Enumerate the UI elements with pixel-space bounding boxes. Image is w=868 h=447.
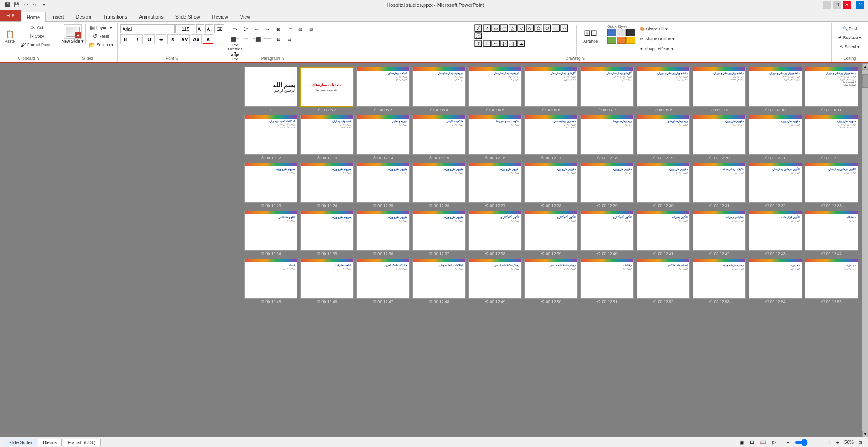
copy-button[interactable]: ⎘ Copy [19,32,56,40]
slide-item-13[interactable]: ۲- حذوف بیمارانلورم ایپسوم متنساختگی با … [300,115,354,160]
line-spacing-button[interactable]: ↕≡ [284,24,294,33]
slide-item-31[interactable]: تکنیک درمانی سلامتلورم ایپسوم ⏱00:1231 [693,163,746,208]
find-button[interactable]: 🔍 Find [836,24,863,33]
scroll-thumb[interactable] [862,74,868,88]
slide-item-18[interactable]: ریه بیمارستان‌هامتن نمونه ⏱00:1218 [580,115,634,160]
undo-button[interactable]: ↩ [22,1,30,9]
slide-item-10[interactable]: دانشجویان پزشکی و توران لورم ایپسوم متن … [749,67,802,112]
shape-star[interactable]: ☆ [552,24,560,32]
shape-triangle[interactable]: △ [509,24,517,32]
qs-btn-6[interactable] [626,37,635,44]
slide-item-44[interactable]: دانشگاهمتن نمونه ⏱00:1244 [805,211,858,256]
slide-item-53[interactable]: رهبری برنامه ویژهلورم ایپسوم متن ⏱00:125… [693,259,746,304]
tab-insert[interactable]: Insert [46,11,70,21]
paste-button[interactable]: 📋 Paste [2,24,18,51]
shape-outline-button[interactable]: ▭ Shape Outline ▾ [638,34,676,43]
shape-circle[interactable]: ○ [560,24,568,32]
fit-button[interactable]: ⊡ [856,438,864,447]
shape-pentagon[interactable]: ⬠ [534,24,542,32]
font-color-button[interactable]: A [203,34,213,44]
slide-item-49[interactable]: رویکردتکنیک ایمان دورلورم ایپسوم ⏱00:124… [468,259,522,304]
slide-item-35[interactable]: مفهوم طرح ویژهمتن نمونه ⏱00:1235 [300,211,354,256]
slide-item-43[interactable]: الگوی گزارشاتلورم ایپسوم ⏱00:1243 [749,211,802,256]
shape-line[interactable]: ╱ [474,24,482,32]
shape-rect[interactable]: ▭ [491,24,500,32]
slide-item-2[interactable]: مطالعات بیمارستان ارائه دهنده: محمد رضا … [300,67,354,112]
slide-item-51[interactable]: رفیلتانلورم ایپسوم ⏱00:1251 [580,259,634,304]
slide-item-45[interactable]: ادبیات.لورم ایپسوم متن ⏱00:1245 [244,259,297,304]
zoom-in-button[interactable]: + [834,438,842,447]
qs-btn-1[interactable] [607,29,616,36]
slide-item-20[interactable]: مفهوم طرح ویژهمتن نمونه درباره ⏱00:1220 [693,115,746,160]
slide-sorter[interactable]: دانشجویان پزشکی و توران لورم ایپسوم متن … [0,63,862,437]
tab-slide-show[interactable]: Slide Show [170,11,206,21]
slide-item-28[interactable]: مفهوم طرح ویژهلورم ایپسوم ⏱00:1228 [524,163,578,208]
slide-item-17[interactable]: معماری بیمارستانیلورم ایپسوم متنساختگی ب… [524,115,578,160]
slide-item-32[interactable]: الگوی درمانی بیمارستانلورم ایپسوم ⏱00:12… [749,163,802,208]
tab-review[interactable]: Review [206,11,234,21]
justify-button[interactable]: ≡≡≡ [263,34,273,43]
save-button[interactable]: 💾 [13,1,21,9]
shape-rtriangle[interactable]: ◁ [517,24,525,32]
slide-item-52[interactable]: اسلاید‌های ماکیاولورم ایپسوم ⏱00:1252 [637,259,690,304]
cut-button[interactable]: ✂ Cut [19,24,56,32]
reset-button[interactable]: ↺ Reset [87,32,116,40]
shape-brace[interactable]: {} [500,40,508,47]
view-sorter-button[interactable]: ⊞ [748,438,756,447]
qs-btn-2[interactable] [617,29,626,36]
slide-item-25[interactable]: مفهوم طرح ویژهمتن نمونه ⏱00:1225 [356,163,410,208]
shape-curve[interactable]: ⤴ [474,40,482,47]
customize-qat-button[interactable]: ▾ [40,1,48,9]
new-slide-button[interactable]: + New Slide ▾ [60,24,86,44]
shape-callout[interactable]: 💬 [474,32,482,39]
shape-effects-button[interactable]: ✦ Shape Effects ▾ [638,44,676,53]
para-small-4[interactable]: ⊟ [284,34,294,43]
close-button[interactable]: ✕ [843,1,851,9]
slide-item-24[interactable]: مفهوم طرح ویژهلورم ایپسوم ⏱00:1224 [300,163,354,208]
slide-item-1[interactable]: بسم الله الرحمن الرحیم 1 [244,67,297,112]
increase-indent-button[interactable]: ⇥ [263,24,273,33]
text-direction-button[interactable]: Text Direction ▾ [230,44,240,53]
shape-cloud[interactable]: ☁ [517,40,525,47]
redo-button[interactable]: ↪ [31,1,39,9]
slide-item-42[interactable]: عملیاتی رهبرانهلورم ایپسوم متن ⏱00:1242 [693,211,746,256]
font-size-increase-button[interactable]: A↑ [196,24,204,33]
view-normal-button[interactable]: ▣ [737,438,745,447]
layout-button[interactable]: ▦ Layout ▾ [87,24,116,32]
slide-item-41[interactable]: الگوی رهبرانهلورم ایپسوم ⏱00:1241 [637,211,690,256]
para-small-2[interactable]: ⊞ [306,24,316,33]
shape-bracket[interactable]: [] [509,40,517,47]
slide-item-9[interactable]: دانشجویان پزشکی و توران متن نمونه برای ب… [693,67,746,112]
slide-item-14[interactable]: تجزیه و تحلیللورم ایپسوم ⏱00:1214 [356,115,410,160]
slide-item-4[interactable]: تاریخچه بیمارستان‌ساز لورم ایپسوم متن سا… [412,67,466,112]
center-button[interactable]: ≡≡ [241,34,251,43]
slide-item-36[interactable]: مفهوم طرح ویژهلورم ایپسوم ⏱00:1236 [356,211,410,256]
slide-item-27[interactable]: مفهوم طرح ویژهلورم ایپسوم ⏱00:1227 [468,163,522,208]
shape-diamond[interactable]: ◇ [526,24,534,32]
slide-item-21[interactable]: مفهوم طرح ویژهلورم ایپسوم ⏱00:1221 [749,115,802,160]
font-name-input[interactable] [120,24,175,33]
slide-item-40[interactable]: الگوی گام‌گذاریمتن نمونه ⏱00:1240 [580,211,634,256]
columns-button[interactable]: ⊞ [274,24,283,33]
status-tab-blends[interactable]: Blends [38,439,62,446]
shape-fill-button[interactable]: 🎨 Shape Fill ▾ [638,24,676,33]
shape-arrow[interactable]: ↗ [483,24,491,32]
slide-item-8[interactable]: دانشجویان پزشکی و توران لورم ایپسوم متن … [637,67,690,112]
bold-button[interactable]: B [120,34,131,44]
slide-item-23[interactable]: مفهوم طرح ویژهلورم ایپسوم ⏱00:1223 [244,163,297,208]
qs-btn-3[interactable] [626,29,635,36]
slide-item-6[interactable]: گل‌های بیمارستان‌ساز لورم ایپسوم متن ساخ… [524,67,578,112]
slide-item-54[interactable]: دو روزهلورم ایپسوم ⏱00:1254 [749,259,802,304]
strikethrough-button[interactable]: S [156,34,166,44]
slide-item-15[interactable]: حاکمیت بالینیلورم ایپسوم متن ⏱00:0915 [412,115,466,160]
clear-formatting-button[interactable]: ⌫ [214,24,224,33]
slide-item-12[interactable]: ۱- کالاها، امنیت بیمارانلورم ایپسوم متن … [244,115,297,160]
tab-animations[interactable]: Animations [133,11,169,21]
view-slideshow-button[interactable]: ▷ [770,438,778,447]
minimize-button[interactable]: — [823,1,831,9]
slide-item-22[interactable]: مفهوم طرح ویژهلورم ایپسوم متن ساختگیبا ت… [805,115,858,160]
slide-item-48[interactable]: اطلاعات ایمان مهیاریلورم ایپسوم ⏱00:1248 [412,259,466,304]
view-reading-button[interactable]: 📖 [759,438,767,447]
italic-button[interactable]: I [132,34,143,44]
slide-item-46[interactable]: ادامه پیشرفتلورم ایپسوم ⏱00:1246 [300,259,354,304]
